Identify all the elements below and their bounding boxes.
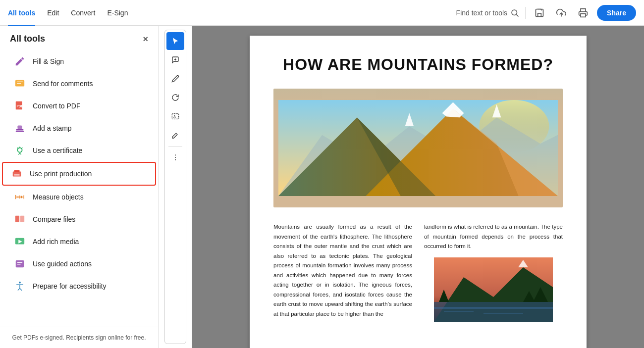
sidebar-item-certificate[interactable]: Use a certificate <box>4 140 154 161</box>
search-icon <box>510 8 519 17</box>
nav-esign[interactable]: E-Sign <box>107 7 128 19</box>
sidebar-item-fill-sign[interactable]: Fill & Sign <box>4 50 154 72</box>
svg-rect-19 <box>16 260 24 268</box>
certificate-icon <box>14 145 26 156</box>
sidebar-header: All tools × <box>0 26 158 50</box>
svg-line-1 <box>516 14 518 16</box>
top-navigation: All tools Edit Convert E-Sign Find text … <box>0 0 644 26</box>
nav-right-section: Find text or tools Share <box>456 5 636 21</box>
svg-rect-9 <box>17 126 22 129</box>
guided-label: Use guided actions <box>33 260 92 268</box>
tool-separator <box>168 146 182 147</box>
send-comments-icon <box>14 78 26 90</box>
sidebar-list: Fill & Sign Send for comments PDF <box>0 50 158 327</box>
svg-point-0 <box>512 10 517 15</box>
svg-rect-12 <box>13 171 21 176</box>
highlight-edit-button[interactable] <box>166 126 184 144</box>
find-tools-label: Find text or tools <box>456 9 508 17</box>
main-layout: All tools × Fill & Sign <box>0 26 644 348</box>
pdf-right-text: landform is what is referred to as a mou… <box>424 222 563 251</box>
pencil-tool-button[interactable] <box>166 70 184 88</box>
nav-menu: All tools Edit Convert E-Sign <box>8 7 128 19</box>
nav-divider-1 <box>525 7 526 19</box>
sidebar-item-guided[interactable]: Use guided actions <box>4 253 154 275</box>
add-comment-icon <box>171 56 179 64</box>
find-tools-search[interactable]: Find text or tools <box>456 8 520 17</box>
stamp-icon <box>14 122 26 134</box>
lake-illustration <box>424 257 563 322</box>
nav-all-tools[interactable]: All tools <box>8 7 35 19</box>
sidebar-item-convert-pdf[interactable]: PDF Convert to PDF <box>4 95 154 117</box>
svg-rect-15 <box>15 216 19 222</box>
svg-text:PDF: PDF <box>17 104 23 108</box>
save-button[interactable] <box>532 5 547 21</box>
sidebar-close-button[interactable]: × <box>143 35 148 44</box>
nav-convert[interactable]: Convert <box>71 7 95 19</box>
accessibility-label: Prepare for accessibility <box>33 282 107 290</box>
accessibility-icon <box>14 280 26 292</box>
sidebar-item-print-prod[interactable]: Use print production <box>2 162 156 186</box>
more-tools-button[interactable] <box>166 149 184 166</box>
content-area: HOW ARE MOUNTAINS FORMED? <box>192 26 644 348</box>
convert-pdf-icon: PDF <box>14 100 26 112</box>
stamp-label: Add a stamp <box>33 124 72 132</box>
svg-rect-4 <box>581 13 586 17</box>
sidebar-item-stamp[interactable]: Add a stamp <box>4 117 154 139</box>
svg-rect-5 <box>15 80 24 87</box>
sidebar-item-accessibility[interactable]: Prepare for accessibility <box>4 275 154 297</box>
svg-rect-8 <box>16 129 24 131</box>
svg-point-25 <box>175 154 176 155</box>
print-button[interactable] <box>575 5 591 21</box>
pdf-left-text: Mountains are usually formed as a result… <box>273 222 412 319</box>
print-prod-icon <box>11 168 23 180</box>
send-comments-label: Send for comments <box>33 80 93 88</box>
secondary-image <box>424 257 563 322</box>
pencil-icon <box>171 75 179 83</box>
sidebar-item-compare[interactable]: Compare files <box>4 208 154 230</box>
select-tool-button[interactable] <box>166 32 184 50</box>
svg-point-20 <box>19 282 21 284</box>
rich-media-label: Add rich media <box>33 238 79 246</box>
print-prod-label: Use print production <box>30 170 92 178</box>
document-title: HOW ARE MOUNTAINS FORMED? <box>273 55 563 74</box>
loop-tool-button[interactable] <box>166 89 184 106</box>
svg-point-27 <box>175 159 176 160</box>
more-icon <box>171 153 179 161</box>
upload-icon <box>556 8 566 18</box>
sidebar-item-measure[interactable]: Measure objects <box>4 186 154 208</box>
add-comment-button[interactable] <box>166 51 184 69</box>
upload-button[interactable] <box>553 5 569 21</box>
print-icon <box>578 8 588 18</box>
compare-label: Compare files <box>33 215 75 223</box>
pdf-page: HOW ARE MOUNTAINS FORMED? <box>250 36 587 348</box>
pdf-left-column: Mountains are usually formed as a result… <box>273 222 412 322</box>
svg-rect-42 <box>434 307 553 309</box>
sidebar-footer: Get PDFs e-signed. Recipients sign onlin… <box>0 327 158 348</box>
tool-panel-inner: A <box>164 30 186 344</box>
certificate-label: Use a certificate <box>33 147 82 154</box>
tool-panel: A <box>159 26 192 348</box>
sidebar-item-rich-media[interactable]: Add rich media <box>4 231 154 252</box>
mountain-illustration <box>278 94 558 202</box>
sidebar: All tools × Fill & Sign <box>0 26 159 348</box>
compare-icon <box>14 213 26 225</box>
fill-sign-label: Fill & Sign <box>33 57 64 65</box>
text-select-icon: A <box>171 112 179 120</box>
guided-icon <box>14 258 26 270</box>
convert-pdf-label: Convert to PDF <box>33 102 80 110</box>
svg-rect-14 <box>14 174 20 176</box>
measure-label: Measure objects <box>33 193 84 201</box>
hero-image <box>273 89 563 207</box>
nav-edit[interactable]: Edit <box>47 7 59 19</box>
loop-icon <box>171 94 179 101</box>
share-button[interactable]: Share <box>597 5 636 21</box>
sidebar-item-send-comments[interactable]: Send for comments <box>4 73 154 95</box>
svg-rect-16 <box>20 216 24 222</box>
svg-rect-13 <box>14 170 20 172</box>
svg-rect-43 <box>444 311 474 312</box>
sidebar-title: All tools <box>10 34 45 44</box>
measure-icon <box>14 191 26 203</box>
fill-sign-icon <box>14 55 26 67</box>
text-select-button[interactable]: A <box>166 107 184 125</box>
cursor-icon <box>171 37 179 45</box>
